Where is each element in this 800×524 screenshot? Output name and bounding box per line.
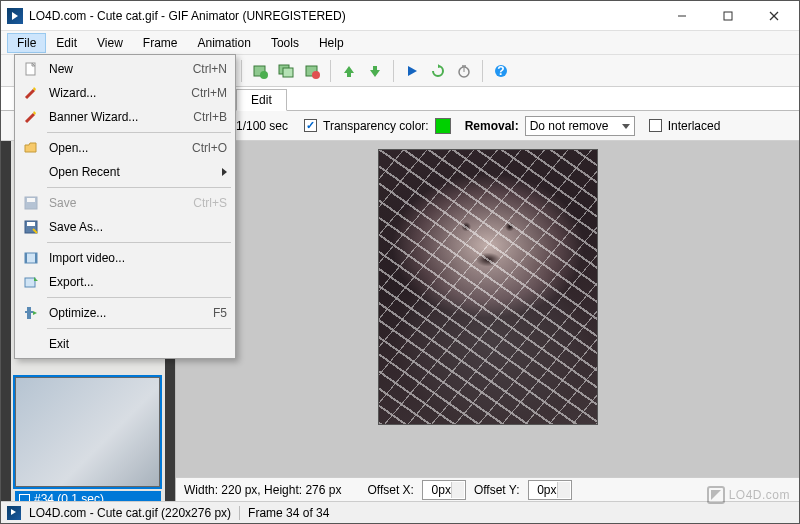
removal-combo[interactable]: Do not remove	[525, 116, 635, 136]
tab-edit[interactable]: Edit	[236, 89, 287, 111]
status-file: LO4D.com - Cute cat.gif (220x276 px)	[29, 506, 231, 520]
menu-file[interactable]: File	[7, 33, 46, 53]
svg-rect-19	[27, 198, 35, 202]
menu-tools[interactable]: Tools	[261, 33, 309, 53]
menu-separator	[47, 328, 231, 329]
removal-label: Removal:	[465, 119, 519, 133]
menu-item-shortcut: Ctrl+N	[193, 62, 227, 76]
toolbar-timer-icon[interactable]	[452, 59, 476, 83]
menu-item-label: Open...	[41, 141, 192, 155]
titlebar: LO4D.com - Cute cat.gif - GIF Animator (…	[1, 1, 799, 31]
statusbar: LO4D.com - Cute cat.gif (220x276 px) Fra…	[1, 501, 799, 523]
status-frame: Frame 34 of 34	[248, 506, 329, 520]
svg-rect-7	[283, 68, 293, 77]
menu-item-label: Exit	[41, 337, 227, 351]
toolbar-del-frame-icon[interactable]	[300, 59, 324, 83]
toolbar-separator	[482, 60, 483, 82]
menu-separator	[47, 297, 231, 298]
menu-item-shortcut: Ctrl+B	[193, 110, 227, 124]
svg-point-5	[260, 71, 268, 79]
toolbar-help-icon[interactable]: ?	[489, 59, 513, 83]
menu-item-shortcut: Ctrl+O	[192, 141, 227, 155]
toolbar-reload-icon[interactable]	[426, 59, 450, 83]
open-icon	[21, 140, 41, 156]
transparency-checkbox[interactable]	[304, 119, 317, 132]
frame-checkbox[interactable]	[19, 494, 30, 502]
svg-text:?: ?	[497, 64, 504, 78]
toolbar-move-down-icon[interactable]	[363, 59, 387, 83]
menu-exit[interactable]: Exit	[17, 332, 233, 356]
menubar: File Edit View Frame Animation Tools Hel…	[1, 31, 799, 55]
menu-frame[interactable]: Frame	[133, 33, 188, 53]
menu-export[interactable]: Export...	[17, 270, 233, 294]
offsety-input[interactable]: 0px	[528, 480, 572, 500]
import-icon	[21, 250, 41, 266]
wizard-icon	[21, 85, 41, 101]
offsety-label: Offset Y:	[474, 483, 520, 497]
frame-label-text: #34 (0.1 sec)	[34, 492, 104, 501]
menu-item-label: Open Recent	[41, 165, 222, 179]
interlaced-label: Interlaced	[668, 119, 721, 133]
menu-save-as[interactable]: Save As...	[17, 215, 233, 239]
svg-rect-27	[25, 311, 33, 313]
svg-point-9	[312, 71, 320, 79]
menu-open-recent[interactable]: Open Recent	[17, 160, 233, 184]
toolbar-dup-frame-icon[interactable]	[274, 59, 298, 83]
new-icon	[21, 61, 41, 77]
menu-wizard[interactable]: Wizard... Ctrl+M	[17, 81, 233, 105]
toolbar-separator	[241, 60, 242, 82]
svg-rect-25	[25, 278, 35, 287]
close-button[interactable]	[751, 1, 797, 31]
menu-item-label: Save As...	[41, 220, 227, 234]
menu-item-label: Optimize...	[41, 306, 213, 320]
menu-banner-wizard[interactable]: Banner Wizard... Ctrl+B	[17, 105, 233, 129]
menu-item-shortcut: Ctrl+S	[193, 196, 227, 210]
toolbar-play-icon[interactable]	[400, 59, 424, 83]
menu-open[interactable]: Open... Ctrl+O	[17, 136, 233, 160]
transparency-color-swatch[interactable]	[435, 118, 451, 134]
app-icon	[7, 8, 23, 24]
toolbar-move-up-icon[interactable]	[337, 59, 361, 83]
maximize-button[interactable]	[705, 1, 751, 31]
frame-thumbnail-label: #34 (0.1 sec)	[15, 491, 161, 501]
save-icon	[21, 195, 41, 211]
frame-image	[378, 149, 598, 425]
status-app-icon	[7, 506, 21, 520]
svg-rect-1	[724, 12, 732, 20]
removal-value: Do not remove	[530, 119, 609, 133]
menu-item-label: Export...	[41, 275, 227, 289]
status-separator	[239, 506, 240, 520]
menu-animation[interactable]: Animation	[188, 33, 261, 53]
toolbar-separator	[393, 60, 394, 82]
menu-item-label: Wizard...	[41, 86, 191, 100]
menu-new[interactable]: New Ctrl+N	[17, 57, 233, 81]
menu-separator	[47, 132, 231, 133]
svg-line-17	[26, 114, 34, 122]
file-menu-dropdown: New Ctrl+N Wizard... Ctrl+M Banner Wizar…	[14, 54, 236, 359]
menu-item-label: New	[41, 62, 193, 76]
svg-rect-23	[25, 253, 27, 263]
dimensions-label: Width: 220 px, Height: 276 px	[184, 483, 341, 497]
offsetx-value: 0px	[432, 483, 451, 497]
menu-optimize[interactable]: Optimize... F5	[17, 301, 233, 325]
svg-rect-24	[35, 253, 37, 263]
menu-edit[interactable]: Edit	[46, 33, 87, 53]
frame-thumbnail[interactable]	[15, 377, 160, 487]
canvas-area: Width: 220 px, Height: 276 px Offset X: …	[176, 141, 799, 501]
menu-help[interactable]: Help	[309, 33, 354, 53]
toolbar-separator	[330, 60, 331, 82]
menu-item-label: Save	[41, 196, 193, 210]
offsetx-input[interactable]: 0px	[422, 480, 466, 500]
menu-import-video[interactable]: Import video...	[17, 246, 233, 270]
toolbar-add-frame-icon[interactable]	[248, 59, 272, 83]
canvas-viewport[interactable]	[176, 141, 799, 477]
interlaced-checkbox[interactable]	[649, 119, 662, 132]
offsetx-label: Offset X:	[367, 483, 413, 497]
menu-separator	[47, 187, 231, 188]
transparency-label: Transparency color:	[323, 119, 429, 133]
menu-item-label: Import video...	[41, 251, 227, 265]
wizard-icon	[21, 109, 41, 125]
optimize-icon	[21, 305, 41, 321]
minimize-button[interactable]	[659, 1, 705, 31]
menu-view[interactable]: View	[87, 33, 133, 53]
